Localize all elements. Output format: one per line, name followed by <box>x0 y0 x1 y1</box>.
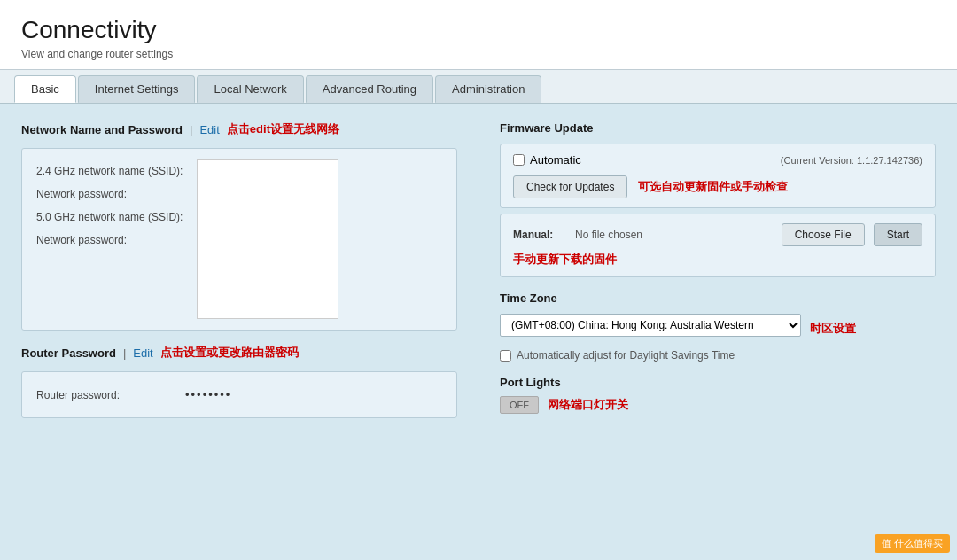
watermark: 值 什么值得买 <box>875 534 950 553</box>
firmware-auto-row: Automatic (Current Version: 1.1.27.14273… <box>513 153 922 167</box>
port-lights-toggle[interactable]: OFF <box>500 396 539 414</box>
port-lights-annotation: 网络端口灯开关 <box>548 397 628 413</box>
ssid-24-row: 2.4 GHz network name (SSID): <box>36 159 183 183</box>
content-area: Network Name and Password | Edit 点击edit设… <box>0 104 957 445</box>
network-edit-link[interactable]: Edit <box>199 123 219 136</box>
router-password-value: •••••••• <box>185 388 231 401</box>
network-fields-list: 2.4 GHz network name (SSID): Network pas… <box>36 159 183 252</box>
tab-advanced-routing[interactable]: Advanced Routing <box>306 75 433 103</box>
firmware-auto-card: Automatic (Current Version: 1.1.27.14273… <box>500 144 936 208</box>
ssid-24-label: 2.4 GHz network name (SSID): <box>36 165 183 177</box>
router-password-card: Router password: •••••••• <box>21 371 457 418</box>
router-password-section: Router Password | Edit 点击设置或更改路由器密码 Rout… <box>21 345 457 418</box>
tab-internet-settings[interactable]: Internet Settings <box>78 75 196 103</box>
firmware-annotation: 可选自动更新固件或手动检查 <box>638 179 788 195</box>
automatic-label: Automatic <box>530 153 581 167</box>
tabs-bar: Basic Internet Settings Local Network Ad… <box>0 70 957 104</box>
page-wrapper: Connectivity View and change router sett… <box>0 0 957 560</box>
router-password-row: Router password: •••••••• <box>36 383 442 407</box>
current-version: (Current Version: 1.1.27.142736) <box>781 155 922 166</box>
router-password-title: Router Password <box>21 346 116 360</box>
router-password-label: Router password: <box>36 389 178 401</box>
network-annotation: 点击edit设置无线网络 <box>227 121 339 137</box>
tab-basic[interactable]: Basic <box>14 75 76 103</box>
firmware-section: Firmware Update Automatic (Current Versi… <box>500 121 936 277</box>
router-password-annotation: 点击设置或更改路由器密码 <box>160 345 299 361</box>
manual-row: Manual: No file chosen Choose File Start <box>513 223 922 246</box>
ssid-50-label: 5.0 GHz network name (SSID): <box>36 211 183 223</box>
automatic-checkbox[interactable] <box>513 154 525 166</box>
router-password-header: Router Password | Edit 点击设置或更改路由器密码 <box>21 345 457 361</box>
network-white-box <box>197 159 338 319</box>
manual-label: Manual: <box>513 229 566 241</box>
network-section-title: Network Name and Password <box>21 123 183 136</box>
start-button[interactable]: Start <box>874 223 922 246</box>
check-updates-button[interactable]: Check for Updates <box>513 175 627 198</box>
network-divider: | <box>190 123 192 136</box>
choose-file-button[interactable]: Choose File <box>782 223 865 246</box>
password-50-label: Network password: <box>36 234 178 246</box>
password-24-row: Network password: <box>36 183 183 206</box>
left-panel: Network Name and Password | Edit 点击edit设… <box>0 104 478 445</box>
port-lights-section: Port Lights OFF 网络端口灯开关 <box>500 376 936 414</box>
timezone-title: Time Zone <box>500 292 936 305</box>
right-panel: Firmware Update Automatic (Current Versi… <box>478 104 957 445</box>
ssid-50-row: 5.0 GHz network name (SSID): <box>36 206 183 229</box>
manual-annotation: 手动更新下载的固件 <box>513 253 617 266</box>
router-password-edit-link[interactable]: Edit <box>133 346 152 360</box>
tab-administration[interactable]: Administration <box>435 75 541 103</box>
dst-checkbox[interactable] <box>500 350 511 362</box>
port-lights-title: Port Lights <box>500 376 936 389</box>
timezone-select[interactable]: (GMT+08:00) China: Hong Kong: Australia … <box>500 314 801 337</box>
firmware-auto-left: Automatic <box>513 153 581 167</box>
firmware-title: Firmware Update <box>500 121 936 135</box>
timezone-section: Time Zone (GMT+08:00) China: Hong Kong: … <box>500 292 936 362</box>
no-file-text: No file chosen <box>575 229 773 241</box>
dst-label: Automatically adjust for Daylight Saving… <box>517 349 735 362</box>
page-title: Connectivity <box>21 16 936 44</box>
page-subtitle: View and change router settings <box>21 48 936 60</box>
network-fields-card: 2.4 GHz network name (SSID): Network pas… <box>21 148 457 331</box>
dst-row: Automatically adjust for Daylight Saving… <box>500 349 936 362</box>
password-24-label: Network password: <box>36 188 178 200</box>
timezone-annotation: 时区设置 <box>810 321 856 337</box>
router-password-divider: | <box>123 346 126 360</box>
password-50-row: Network password: <box>36 229 183 252</box>
header: Connectivity View and change router sett… <box>0 0 957 70</box>
network-section-header: Network Name and Password | Edit 点击edit设… <box>21 121 457 137</box>
tab-local-network[interactable]: Local Network <box>197 75 303 103</box>
firmware-manual-card: Manual: No file chosen Choose File Start… <box>500 214 936 277</box>
